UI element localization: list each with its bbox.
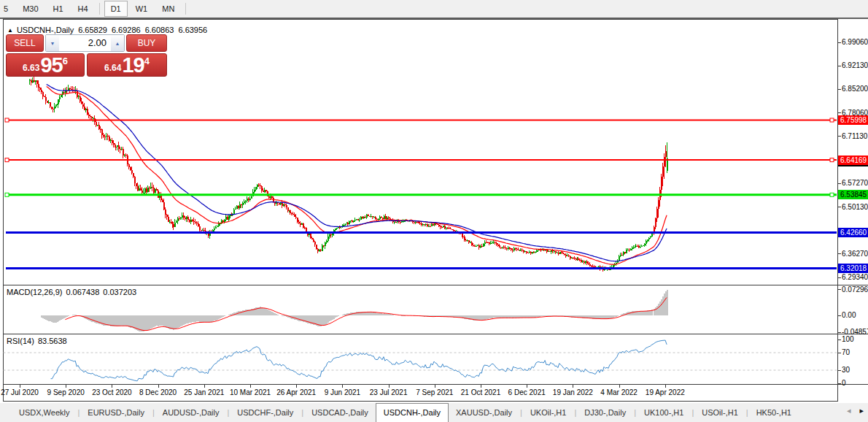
hline-handle[interactable] xyxy=(830,193,834,196)
chart-tab-xauusd[interactable]: XAUUSD-,Daily xyxy=(449,404,519,421)
level-price-badge: 6.64169 xyxy=(838,156,868,165)
level-price-badge: 6.42660 xyxy=(838,228,868,237)
ask-price-main: 6.64 xyxy=(104,61,121,75)
tab-separator: | xyxy=(301,408,303,417)
date-axis-label: 19 Jan 2022 xyxy=(553,388,593,396)
chart-title: ▲USDCNH-,Daily6.658296.692866.608636.639… xyxy=(7,26,207,34)
timeframe-button-5[interactable]: 5 xyxy=(0,1,15,17)
buy-button[interactable]: BUY xyxy=(126,34,167,52)
chart-tab-dj30[interactable]: DJ30-,Daily xyxy=(577,404,633,421)
date-axis-label: 4 Mar 2022 xyxy=(600,388,638,396)
toolbar-divider xyxy=(0,18,868,19)
timeframe-button-w1[interactable]: W1 xyxy=(129,1,155,17)
macd-axis-tick: 0.072963 xyxy=(842,285,868,294)
tab-separator: | xyxy=(634,408,636,417)
hline-handle[interactable] xyxy=(5,158,9,162)
tab-scroll-arrows: ◂ ▸ xyxy=(840,406,864,415)
volume-increase-button[interactable]: ▲ xyxy=(111,35,124,51)
ask-price-point: 4 xyxy=(144,55,150,66)
hline-handle[interactable] xyxy=(830,158,834,162)
rsi-value: 83.5638 xyxy=(38,337,67,345)
timeframe-button-h4[interactable]: H4 xyxy=(71,1,95,17)
sell-button[interactable]: SELL xyxy=(6,34,44,52)
price-axis-tick: 6.50130 xyxy=(842,203,868,211)
chart-symbol-label: USDCNH-,Daily xyxy=(17,26,74,34)
timeframe-button-d1[interactable]: D1 xyxy=(104,1,128,17)
macd-indicator-label: MACD(12,26,9)0.0674380.037203 xyxy=(7,288,140,296)
macd-signal-value: 0.037203 xyxy=(103,288,136,296)
level-price-badge: 6.75998 xyxy=(838,115,868,125)
chart-tab-usdcnh[interactable]: USDCNH-,Daily xyxy=(376,403,449,422)
chart-tab-usdx[interactable]: USDX,Weekly xyxy=(12,404,77,421)
chart-tab-usdcad[interactable]: USDCAD-,Daily xyxy=(304,404,376,421)
date-axis-label: 10 Mar 2021 xyxy=(230,388,271,396)
toolbar-separator xyxy=(185,3,186,15)
rsi-axis-tick: 30 xyxy=(842,366,850,374)
symbol-tabbar: USDX,Weekly|EURUSD-,Daily|AUDUSD-,Daily|… xyxy=(0,403,868,422)
timeframe-button-h1[interactable]: H1 xyxy=(47,1,70,17)
chart-tab-hk50[interactable]: HK50-,H1 xyxy=(749,404,799,421)
rsi-name: RSI(14) xyxy=(7,337,34,345)
volume-decrease-button[interactable]: ▼ xyxy=(46,35,59,51)
timeframe-button-m30[interactable]: M30 xyxy=(16,1,44,17)
chart-tab-usdchf[interactable]: USDCHF-,Daily xyxy=(230,404,301,421)
chart-tab-eurusd[interactable]: EURUSD-,Daily xyxy=(80,404,152,421)
price-axis-tick: 6.57270 xyxy=(842,179,868,187)
tab-separator: | xyxy=(574,408,576,417)
bid-price-box[interactable]: 6.63956 xyxy=(6,53,85,77)
tab-separator: | xyxy=(746,408,748,417)
bid-price-main: 6.63 xyxy=(23,61,39,75)
macd-name: MACD(12,26,9) xyxy=(7,288,62,296)
ohlc-open: 6.65829 xyxy=(78,26,107,34)
tab-separator: | xyxy=(77,408,80,417)
rsi-axis-tick: 0 xyxy=(842,379,846,387)
toolbar-separator xyxy=(99,3,100,15)
date-axis-label: 23 Jul 2021 xyxy=(370,388,408,396)
chart-tab-uk100[interactable]: UK100-,H1 xyxy=(637,404,691,421)
chart-tab-ukoil[interactable]: UKOil-,H1 xyxy=(523,404,574,421)
tab-scroll-right-icon[interactable]: ▸ xyxy=(859,406,864,415)
tab-separator: | xyxy=(152,408,155,417)
ohlc-close: 6.63956 xyxy=(178,26,207,34)
volume-stepper: ▼ 2.00 ▲ xyxy=(45,34,125,52)
hline-handle[interactable] xyxy=(5,193,9,196)
price-axis-tick: 6.29340 xyxy=(842,273,868,281)
rsi-axis-tick: 70 xyxy=(842,348,850,356)
tab-separator: | xyxy=(227,408,229,417)
one-click-trade-panel: SELL ▼ 2.00 ▲ BUY 6.63956 6.64194 xyxy=(6,34,167,77)
collapse-chart-icon[interactable]: ▲ xyxy=(7,27,13,34)
hline-handle[interactable] xyxy=(5,118,9,122)
level-price-badge: 6.53845 xyxy=(838,190,868,199)
date-axis-label: 9 Jun 2021 xyxy=(325,388,361,396)
timeframe-toolbar: 5M30H1H4D1W1MN xyxy=(0,0,868,18)
price-axis-tick: 6.71130 xyxy=(842,132,867,140)
chart-tab-usoil[interactable]: USOil-,H1 xyxy=(694,404,745,421)
timeframe-button-mn[interactable]: MN xyxy=(155,1,181,17)
date-axis-label: 7 Sep 2021 xyxy=(416,388,453,396)
date-axis-label: 19 Apr 2022 xyxy=(646,388,685,396)
date-axis-label: 26 Apr 2021 xyxy=(276,388,316,396)
ohlc-high: 6.69286 xyxy=(112,26,141,34)
date-axis-label: 9 Sep 2020 xyxy=(47,388,85,396)
ask-price-box[interactable]: 6.64194 xyxy=(87,53,167,77)
chart-tab-audusd[interactable]: AUDUSD-,Daily xyxy=(155,404,227,421)
date-axis-label: 8 Dec 2020 xyxy=(139,388,177,396)
tab-separator: | xyxy=(691,408,694,417)
bid-price-point: 6 xyxy=(63,55,68,66)
date-axis-label: 27 Jul 2020 xyxy=(1,388,39,396)
hline-handle[interactable] xyxy=(830,118,834,122)
date-axis-label: 21 Oct 2021 xyxy=(461,388,500,396)
tab-scroll-left-icon[interactable]: ◂ xyxy=(847,406,851,415)
volume-input[interactable]: 2.00 xyxy=(59,35,111,51)
rsi-axis-tick: 100 xyxy=(842,335,854,343)
price-axis-tick: 6.85200 xyxy=(842,85,868,93)
ask-price-pips: 19 xyxy=(122,55,144,75)
date-axis-label: 23 Oct 2020 xyxy=(92,388,131,396)
date-axis-label: 25 Jan 2021 xyxy=(184,388,224,396)
price-axis-tick: 6.36270 xyxy=(842,250,868,258)
date-axis-label: 6 Dec 2021 xyxy=(508,388,546,396)
level-price-badge: 6.32018 xyxy=(838,264,868,273)
price-axis-tick: 6.92130 xyxy=(842,61,868,69)
tab-separator: | xyxy=(520,408,522,417)
rsi-indicator-label: RSI(14)83.5638 xyxy=(7,337,71,345)
